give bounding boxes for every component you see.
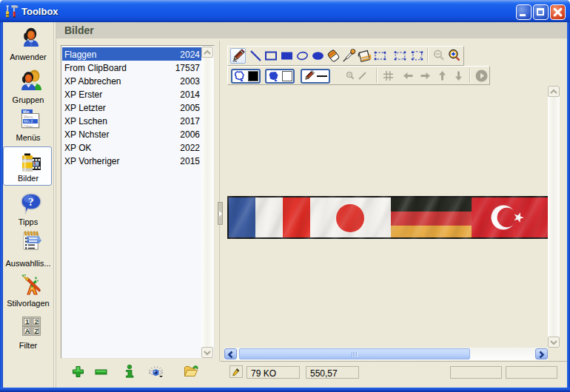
svg-text:Z: Z xyxy=(34,328,38,335)
svg-text:2: 2 xyxy=(35,318,38,325)
svg-text:1: 1 xyxy=(25,318,29,325)
svg-text:Min 2: Min 2 xyxy=(24,119,33,124)
svg-text:Menu: Menu xyxy=(24,115,33,119)
svg-text:Other: Other xyxy=(24,124,33,129)
svg-text:A: A xyxy=(25,328,30,335)
svg-text:?: ? xyxy=(28,196,34,208)
